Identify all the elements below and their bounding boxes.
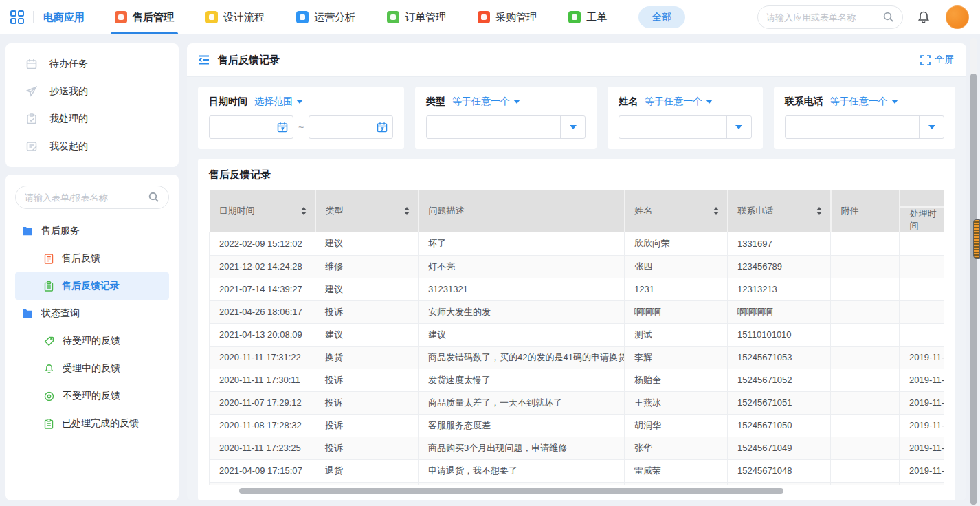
- calendar-icon[interactable]: [377, 122, 388, 133]
- table-cell: [831, 482, 900, 485]
- table-row[interactable]: 2021-04-26 18:06:17投诉安师大发生的发啊啊啊啊啊啊啊: [210, 300, 945, 323]
- document-icon: [44, 254, 54, 264]
- table-row[interactable]: 2020-11-08 17:28:32投诉客服服务态度差胡润华152456710…: [210, 414, 945, 437]
- table-cell: [831, 278, 900, 300]
- sidebar-item-label: 待办任务: [49, 58, 88, 70]
- tab-design-flow[interactable]: 设计流程: [205, 0, 265, 34]
- tab-purchase-mgmt[interactable]: 采购管理: [478, 0, 537, 34]
- app-search-input[interactable]: [766, 12, 878, 23]
- table-cell: 建议: [315, 278, 419, 300]
- table-cell: 2022-02-09 15:12:02: [210, 232, 315, 255]
- filter-datetime: 日期时间 选择范围 ~: [198, 87, 404, 149]
- sidebar-item-cc-to-me[interactable]: 抄送我的: [5, 78, 179, 105]
- table-cell: 2020-11-11 17:23:25: [210, 437, 315, 459]
- table-row[interactable]: 2021-04-13 20:08:09建议建议测试15110101010: [210, 323, 945, 346]
- table-cell: 测试: [625, 323, 728, 346]
- table-cell: [900, 255, 945, 278]
- form-search-input[interactable]: [25, 192, 143, 203]
- table-cell: [831, 391, 900, 414]
- calendar-icon[interactable]: [277, 122, 288, 133]
- table-row[interactable]: 2020-11-11 17:31:22建议优惠力度不怎么样，建议优化加大点才更多…: [210, 482, 945, 485]
- sidebar-item-label: 我发起的: [49, 140, 88, 153]
- clipboard-icon: [44, 419, 54, 429]
- vertical-scrollbar-thumb[interactable]: [970, 74, 977, 505]
- filter-operator-dropdown[interactable]: 等于任意一个: [452, 96, 520, 108]
- table-cell: 张华: [625, 437, 728, 459]
- records-table-card: 售后反馈记录 日期时间 类型 问题描述: [198, 159, 955, 500]
- tab-order-mgmt[interactable]: 订单管理: [387, 0, 446, 34]
- app-name[interactable]: 电商应用: [43, 11, 85, 24]
- table-row[interactable]: 2021-07-14 14:39:27建议3123132112311231321…: [210, 278, 945, 300]
- filter-operator-dropdown[interactable]: 选择范围: [254, 96, 303, 108]
- table-cell: 2021-04-26 18:06:17: [210, 300, 315, 323]
- notification-bell-icon[interactable]: [917, 10, 931, 24]
- phone-select[interactable]: [785, 116, 944, 139]
- date-end-field: [309, 116, 393, 139]
- tree-item-aftersale-feedback-records[interactable]: 售后反馈记录: [15, 272, 169, 300]
- page-header: 售后反馈记录 全屏: [187, 43, 966, 77]
- col-datetime: 日期时间: [210, 190, 315, 232]
- table-row[interactable]: 2020-11-11 17:23:25投诉商品购买3个月出现问题，申请维修张华1…: [210, 437, 945, 459]
- sort-icon[interactable]: [713, 207, 719, 215]
- name-select[interactable]: [619, 116, 752, 139]
- table-cell: [831, 437, 900, 459]
- sort-icon[interactable]: [301, 207, 307, 215]
- aftersale-icon: [115, 11, 127, 23]
- table-row[interactable]: 2020-11-11 17:31:22换货商品发错码数了，买的42的发的是41码…: [210, 346, 945, 368]
- sidebar-item-todo-tasks[interactable]: 待办任务: [5, 50, 179, 78]
- collapse-sidebar-icon[interactable]: [198, 54, 210, 65]
- search-icon[interactable]: [148, 192, 159, 203]
- chevron-down-icon: [296, 100, 303, 104]
- sidebar-item-processed-by-me[interactable]: 我处理的: [5, 105, 179, 133]
- tree-folder-status-query[interactable]: 状态查询: [15, 300, 169, 327]
- table-cell: 王燕冰: [625, 391, 728, 414]
- fullscreen-button[interactable]: 全屏: [920, 54, 954, 66]
- table-cell: 建议: [419, 323, 625, 346]
- table-cell: 2019-11-11 1: [900, 391, 945, 414]
- all-apps-button[interactable]: 全部: [638, 6, 685, 28]
- tab-work-order[interactable]: 工单: [568, 0, 607, 34]
- side-panel-handle[interactable]: [973, 219, 980, 258]
- tree-item-completed-feedback[interactable]: 已处理完成的反馈: [15, 410, 169, 437]
- tab-operation-analysis[interactable]: 运营分析: [296, 0, 355, 34]
- filter-operator-dropdown[interactable]: 等于任意一个: [830, 96, 898, 108]
- filter-operator-dropdown[interactable]: 等于任意一个: [645, 96, 713, 108]
- table-cell: 投诉: [315, 368, 419, 391]
- search-icon[interactable]: [883, 12, 894, 23]
- col-attachment: 附件: [831, 190, 900, 232]
- purchase-icon: [478, 11, 490, 23]
- order-icon: [387, 11, 399, 23]
- table-row[interactable]: 2020-11-11 17:30:11投诉发货速度太慢了杨贻奎152456710…: [210, 368, 945, 391]
- filter-type: 类型 等于任意一个: [415, 87, 597, 149]
- type-select[interactable]: [426, 116, 586, 139]
- table-cell: [900, 278, 945, 300]
- table-row[interactable]: 2020-11-07 17:29:12投诉商品质量太差了，一天不到就坏了王燕冰1…: [210, 391, 945, 414]
- user-avatar[interactable]: [946, 6, 969, 29]
- top-bar: 电商应用 售后管理 设计流程 运营分析 订单管理 采购管理 工单 全部: [0, 0, 980, 34]
- table-row[interactable]: 2021-12-02 14:24:28维修灯不亮张四123456789: [210, 255, 945, 278]
- sidebar-item-initiated-by-me[interactable]: 我发起的: [5, 133, 179, 160]
- table-cell: 退货: [315, 459, 419, 482]
- tab-aftersale-mgmt[interactable]: 售后管理: [115, 0, 174, 34]
- form-search: [15, 186, 169, 209]
- tree-item-in-progress-feedback[interactable]: 受理中的反馈: [15, 355, 169, 382]
- horizontal-scrollbar-thumb[interactable]: [239, 488, 783, 494]
- table-cell: 商品质量太差了，一天不到就坏了: [419, 391, 625, 414]
- apps-grid-icon[interactable]: [10, 10, 25, 25]
- tree-item-aftersale-feedback[interactable]: 售后反馈: [15, 245, 169, 272]
- sort-icon[interactable]: [404, 207, 410, 215]
- table-cell: [900, 323, 945, 346]
- sort-icon[interactable]: [816, 207, 822, 215]
- main-body: 日期时间 选择范围 ~: [187, 77, 966, 500]
- table-cell: 安师大发生的发: [419, 300, 625, 323]
- table-row[interactable]: 2022-02-09 15:12:02建议坏了欣欣向荣1331697: [210, 232, 945, 255]
- table-cell: 张四: [625, 255, 728, 278]
- table-cell: 123456789: [728, 255, 831, 278]
- tree-item-rejected-feedback[interactable]: 不受理的反馈: [15, 382, 169, 410]
- tree-item-pending-feedback[interactable]: 待受理的反馈: [15, 327, 169, 355]
- table-cell: 2021-07-14 14:39:27: [210, 278, 315, 300]
- table-row[interactable]: 2021-04-09 17:15:07退货申请退货，我不想要了雷咸荣152456…: [210, 459, 945, 482]
- table-cell: 2019-11-11 1: [900, 437, 945, 459]
- target-icon: [44, 391, 54, 402]
- tree-folder-aftersale-service[interactable]: 售后服务: [15, 217, 169, 245]
